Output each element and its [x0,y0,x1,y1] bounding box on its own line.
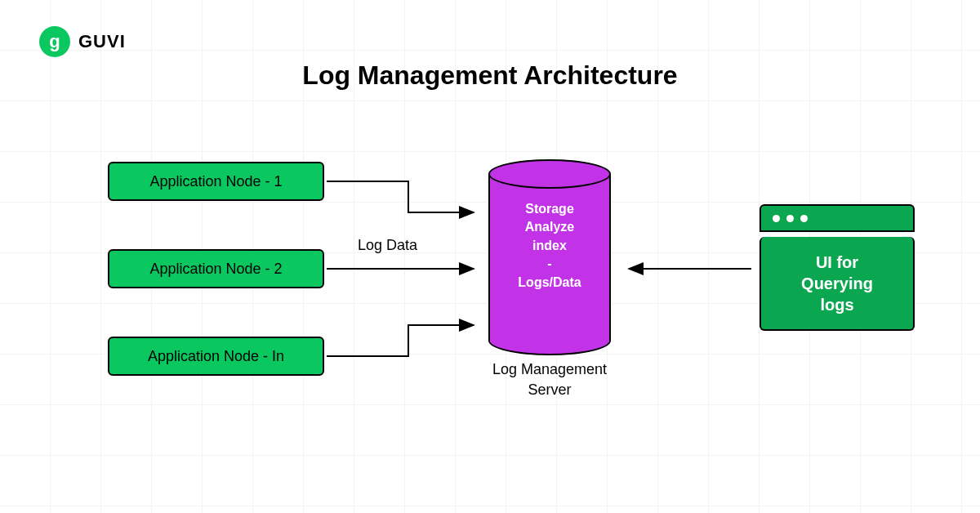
flow-label: Log Data [358,237,417,254]
ui-box-body: UI for Querying logs [760,237,915,331]
storage-cylinder: Storage Analyze index - Logs/Data [488,159,611,347]
ui-query-box: UI for Querying logs [760,204,915,331]
ui-box-line-1: UI for [816,253,858,271]
window-dot-icon [800,215,808,222]
window-dot-icon [786,215,794,222]
ui-box-line-3: logs [820,296,853,314]
logo-icon: g [39,26,70,57]
cyl-line-4: - [547,256,551,270]
cylinder-text: Storage Analyze index - Logs/Data [488,200,611,292]
server-label: Log Management Server [488,359,611,400]
arrow-node3 [327,325,474,356]
ui-box-header [760,204,915,232]
brand-logo: g GUVI [39,26,126,57]
cylinder-top [488,159,611,189]
app-node-2: Application Node - 2 [108,249,324,288]
app-node-1: Application Node - 1 [108,162,324,201]
cyl-line-5: Logs/Data [518,275,581,289]
cyl-line-2: Analyze [525,220,574,234]
arrow-node1 [327,181,474,212]
page-title: Log Management Architecture [302,60,677,91]
brand-name: GUVI [78,31,126,52]
ui-box-line-2: Querying [801,274,873,292]
app-node-n: Application Node - In [108,337,324,376]
window-dot-icon [773,215,780,222]
cylinder-mask [490,326,609,342]
cyl-line-3: index [532,239,567,252]
cyl-line-1: Storage [525,202,574,216]
